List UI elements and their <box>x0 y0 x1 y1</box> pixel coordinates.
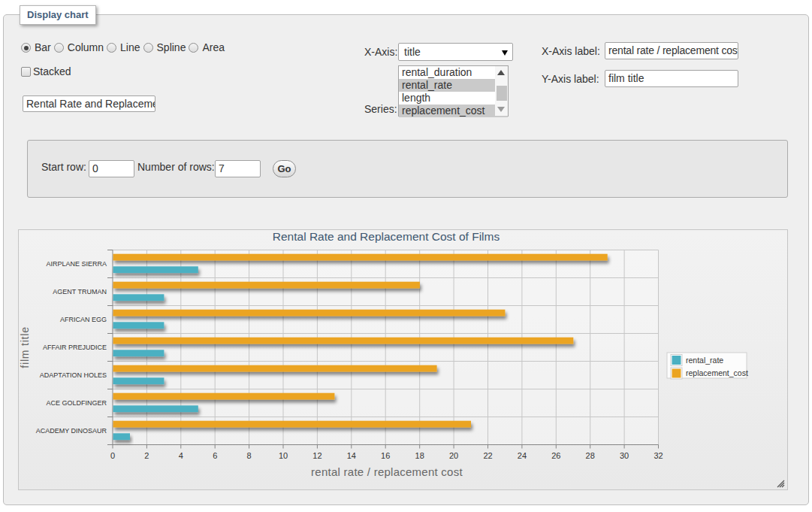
svg-text:26: 26 <box>551 451 560 460</box>
svg-text:AFRICAN EGG: AFRICAN EGG <box>60 316 107 323</box>
svg-text:20: 20 <box>449 451 458 460</box>
svg-text:30: 30 <box>620 451 629 460</box>
svg-text:Rental Rate and Replacement Co: Rental Rate and Replacement Cost of Film… <box>273 230 500 243</box>
svg-text:2: 2 <box>144 451 149 460</box>
svg-text:6: 6 <box>213 451 217 460</box>
svg-text:32: 32 <box>654 451 663 460</box>
svg-text:rental_rate: rental_rate <box>686 356 723 365</box>
svg-text:0: 0 <box>110 451 115 460</box>
svg-text:14: 14 <box>347 451 356 460</box>
svg-text:AFFAIR PREJUDICE: AFFAIR PREJUDICE <box>43 344 107 351</box>
svg-text:AGENT TRUMAN: AGENT TRUMAN <box>53 288 107 295</box>
svg-text:12: 12 <box>312 451 321 460</box>
svg-text:ACE GOLDFINGER: ACE GOLDFINGER <box>46 399 107 407</box>
svg-text:22: 22 <box>483 451 492 460</box>
svg-text:10: 10 <box>279 451 288 460</box>
svg-text:ADAPTATION HOLES: ADAPTATION HOLES <box>40 371 107 379</box>
svg-text:16: 16 <box>381 451 390 460</box>
svg-text:replacement_cost: replacement_cost <box>686 368 748 377</box>
svg-text:4: 4 <box>179 451 183 460</box>
svg-text:28: 28 <box>586 451 595 460</box>
svg-text:AIRPLANE SIERRA: AIRPLANE SIERRA <box>46 260 107 268</box>
svg-text:ACADEMY DINOSAUR: ACADEMY DINOSAUR <box>36 427 107 435</box>
svg-text:rental rate / replacement cost: rental rate / replacement cost <box>311 465 463 478</box>
svg-text:film title: film title <box>19 326 31 368</box>
svg-text:24: 24 <box>518 451 527 460</box>
svg-text:18: 18 <box>415 451 424 460</box>
svg-text:8: 8 <box>247 451 252 460</box>
